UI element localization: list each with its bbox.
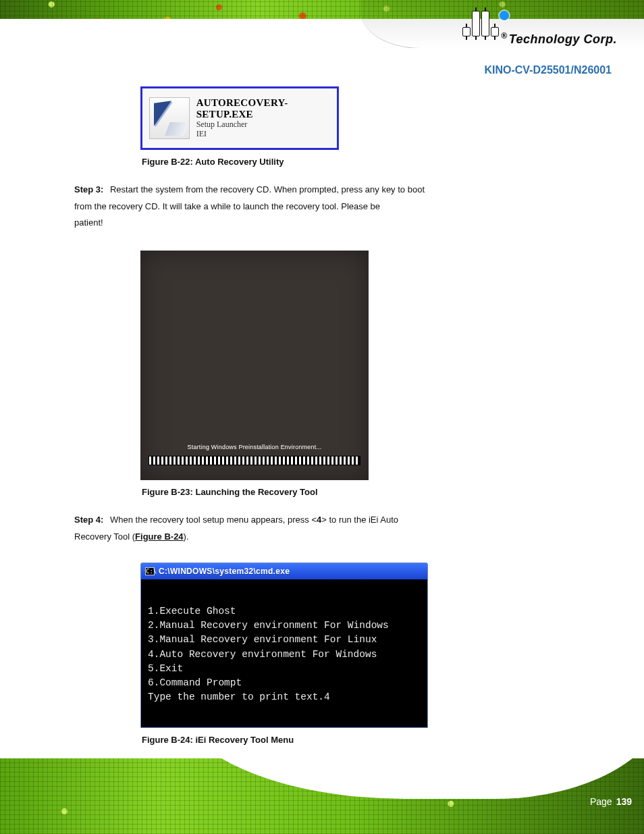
- footer-banner: Page139: [0, 758, 644, 834]
- brand-registered: ®: [501, 31, 507, 41]
- setup-subtitle-2: IEI: [196, 130, 330, 139]
- figure-24-caption: Figure B-24: iEi Recovery Tool Menu: [142, 735, 644, 745]
- step-3: Step 3: Restart the system from the reco…: [74, 182, 609, 232]
- brand-text: ®Technology Corp.: [501, 31, 617, 47]
- winpe-status-text: Starting Windows Preinstallation Environ…: [188, 444, 322, 450]
- setup-subtitle-1: Setup Launcher: [196, 120, 330, 130]
- product-title: KINO-CV-D25501/N26001: [484, 64, 612, 76]
- figure-23-caption: Figure B-23: Launching the Recovery Tool: [142, 487, 644, 497]
- brand-name: Technology Corp.: [509, 32, 617, 46]
- cmd-window: C:\ C:\WINDOWS\system32\cmd.exe 1.Execut…: [140, 563, 428, 727]
- cmd-line-2: 2.Manual Recovery environment For Window…: [148, 620, 389, 631]
- cmd-line-7: Type the number to print text.4: [148, 692, 330, 702]
- cmd-line-3: 3.Manual Recovery environment For Linux: [148, 634, 377, 645]
- cmd-title: C:\WINDOWS\system32\cmd.exe: [159, 567, 290, 575]
- cmd-line-1: 1.Execute Ghost: [148, 606, 236, 617]
- figure-22-caption: Figure B-22: Auto Recovery Utility: [142, 157, 644, 167]
- page-number-badge: Page139: [590, 796, 632, 807]
- step-4: Step 4: When the recovery tool setup men…: [74, 512, 609, 545]
- step-4-number: Step 4:: [74, 515, 103, 525]
- step-3-line2: from the recovery CD. It will take a whi…: [74, 201, 380, 211]
- page-content: AUTORECOVERY-SETUP.EXE Setup Launcher IE…: [0, 86, 644, 834]
- setup-filename: AUTORECOVERY-SETUP.EXE: [196, 97, 330, 121]
- step-3-number: Step 3:: [74, 184, 103, 194]
- cmd-icon: C:\: [145, 567, 155, 575]
- installer-icon: [149, 97, 190, 139]
- header-banner: ®Technology Corp.: [0, 0, 644, 73]
- page-number: 139: [616, 796, 632, 807]
- cmd-line-4: 4.Auto Recovery environment For Windows: [148, 649, 377, 660]
- cmd-line-5: 5.Exit: [148, 663, 183, 674]
- setup-text-block: AUTORECOVERY-SETUP.EXE Setup Launcher IE…: [196, 97, 330, 139]
- cmd-titlebar: C:\ C:\WINDOWS\system32\cmd.exe: [141, 563, 427, 579]
- cmd-line-6: 6.Command Prompt: [148, 677, 242, 688]
- brand-logo-dot-icon: [500, 11, 509, 20]
- step-4-text-d: ).: [184, 531, 189, 542]
- page-label: Page: [590, 796, 612, 807]
- winpe-screenshot: Starting Windows Preinstallation Environ…: [140, 251, 369, 480]
- cmd-body: 1.Execute Ghost 2.Manual Recovery enviro…: [141, 579, 427, 727]
- setup-launcher-tile: AUTORECOVERY-SETUP.EXE Setup Launcher IE…: [140, 86, 339, 150]
- step-3-line3: patient!: [74, 217, 103, 228]
- winpe-progress-bar: [149, 456, 360, 465]
- step-4-text-c: Recovery Tool (: [74, 531, 135, 542]
- figure-24-ref: Figure B-24: [135, 531, 184, 542]
- footer-swoosh: [176, 758, 644, 799]
- step-3-line1: Restart the system from the recovery CD.…: [110, 184, 425, 194]
- step-4-text-b: > to run the iEi Auto: [321, 515, 398, 525]
- step-4-text-a: When the recovery tool setup menu appear…: [110, 515, 317, 525]
